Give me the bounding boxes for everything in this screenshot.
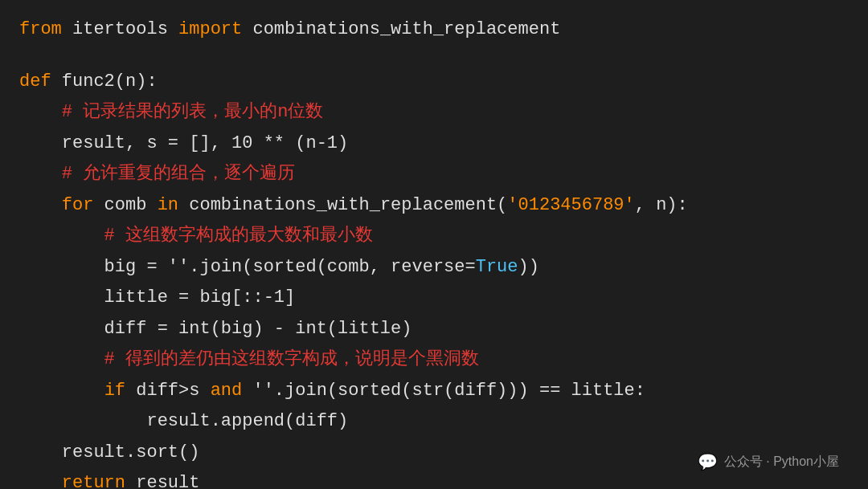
code-line: for comb in combinations_with_replacemen… (19, 190, 849, 222)
code-line: # 记录结果的列表，最小的n位数 (19, 97, 849, 128)
token-kw: for (62, 190, 94, 222)
code-line: little = big[::-1] (19, 283, 849, 314)
token-kw: import (178, 14, 242, 46)
token-cm: # 记录结果的列表，最小的n位数 (19, 97, 323, 128)
token-plain: ''.join(sorted(str(diff))) == little: (242, 376, 645, 407)
token-plain (19, 376, 104, 407)
token-plain: comb (93, 190, 157, 222)
token-plain: combinations_with_replacement (242, 14, 560, 46)
token-plain: , n): (635, 190, 688, 222)
code-line: # 这组数字构成的最大数和最小数 (19, 221, 849, 252)
wechat-icon: 💬 (698, 452, 718, 471)
watermark: 💬公众号 · Python小屋 (698, 452, 839, 471)
token-plain (19, 190, 62, 222)
token-plain: little = big[::-1] (19, 283, 295, 314)
watermark-label: 公众号 · Python小屋 (724, 454, 839, 471)
code-line: result, s = [], 10 ** (n-1) (19, 128, 849, 160)
token-plain: result.append(diff) (19, 406, 348, 438)
code-lines: from itertools import combinations_with_… (19, 14, 849, 489)
code-line: result.append(diff) (19, 406, 849, 438)
token-plain: result.sort() (19, 438, 199, 469)
code-line: if diff>s and ''.join(sorted(str(diff)))… (19, 376, 849, 407)
token-plain: diff>s (125, 376, 211, 407)
token-cm: # 得到的差仍由这组数字构成，说明是个黑洞数 (19, 344, 479, 376)
token-cm: # 这组数字构成的最大数和最小数 (19, 221, 373, 252)
token-plain: )) (518, 252, 539, 283)
token-kw: in (158, 190, 178, 222)
code-block: from itertools import combinations_with_… (0, 0, 868, 489)
code-line: # 允许重复的组合，逐个遍历 (19, 159, 849, 190)
code-line: # 得到的差仍由这组数字构成，说明是个黑洞数 (19, 344, 849, 376)
token-plain: func2(n): (51, 67, 158, 98)
token-plain: diff = int(big) - int(little) (19, 314, 411, 345)
token-plain (19, 468, 62, 489)
token-plain: big = ''.join(sorted(comb, reverse= (19, 252, 476, 283)
token-cm: # 允许重复的组合，逐个遍历 (19, 159, 295, 190)
token-plain: itertools (62, 14, 178, 46)
token-kw-blue: True (476, 252, 518, 283)
token-plain: result (125, 468, 199, 489)
token-plain: result, s = [], 10 ** (n-1) (19, 128, 348, 160)
token-kw: if (104, 376, 125, 407)
token-st: '0123456789' (507, 190, 634, 222)
code-line (19, 46, 849, 67)
code-line: from itertools import combinations_with_… (19, 14, 849, 46)
code-line: diff = int(big) - int(little) (19, 314, 849, 345)
token-kw: from (19, 14, 62, 46)
code-line: return result (19, 468, 849, 489)
token-plain: combinations_with_replacement( (178, 190, 507, 222)
token-kw: def (19, 67, 51, 98)
code-line: big = ''.join(sorted(comb, reverse=True)… (19, 252, 849, 283)
token-kw: return (62, 468, 125, 489)
code-line: def func2(n): (19, 67, 849, 98)
token-kw: and (211, 376, 243, 407)
